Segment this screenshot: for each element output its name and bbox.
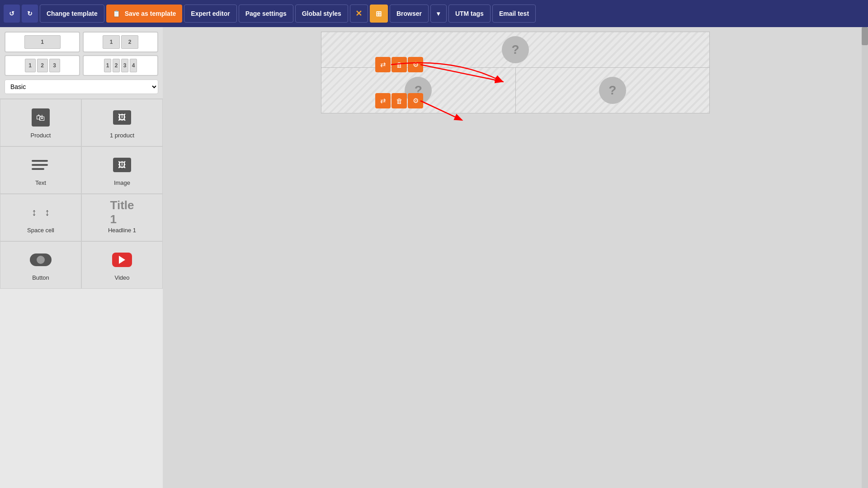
email-test-button[interactable]: Email test xyxy=(492,5,536,23)
right-canvas[interactable]: ⇄ 🗑 ⚙ ⇄ 🗑 ⚙ xyxy=(163,27,868,488)
widget-spacecell[interactable]: ↕ ↕ Space cell xyxy=(0,194,81,241)
layout-selector: 1 1 2 1 2 3 1 2 3 4 xyxy=(0,27,163,99)
layout-cell: 4 xyxy=(130,59,137,72)
widget-product[interactable]: 🛍 Product xyxy=(0,99,81,146)
widget-image[interactable]: 🖼 Image xyxy=(81,146,163,194)
scrollbar-thumb[interactable] xyxy=(862,27,868,45)
settings-btn-2[interactable]: ⚙ xyxy=(408,93,423,108)
save-template-icon: 📋 xyxy=(113,10,120,17)
widget-grid: 🛍 Product 🖼 1 product xyxy=(0,99,163,289)
widget-1product-label: 1 product xyxy=(110,132,134,139)
swap-btn-1[interactable]: ⇄ xyxy=(375,57,391,72)
layout-options: 1 1 2 1 2 3 1 2 3 4 xyxy=(5,32,158,76)
widget-headline1-label: Headline 1 xyxy=(108,227,136,234)
canvas-wrapper: ⇄ 🗑 ⚙ ⇄ 🗑 ⚙ xyxy=(321,32,710,113)
layout-cell: 2 xyxy=(37,59,48,72)
layout-cell: 2 xyxy=(121,35,138,49)
change-template-button[interactable]: Change template xyxy=(40,5,104,23)
video-icon xyxy=(111,249,133,271)
save-template-label: Save as template xyxy=(125,10,176,17)
swap-btn-2[interactable]: ⇄ xyxy=(375,93,391,108)
widget-1product[interactable]: 🖼 1 product xyxy=(81,99,163,146)
left-panel: 1 1 2 1 2 3 1 2 3 4 xyxy=(0,27,163,488)
spacecell-icon: ↕ ↕ xyxy=(30,202,52,223)
global-styles-button[interactable]: Global styles xyxy=(295,5,348,23)
browser-dropdown-button[interactable]: ▾ xyxy=(430,5,447,23)
page-settings-button[interactable]: Page settings xyxy=(239,5,293,23)
main-layout: 1 1 2 1 2 3 1 2 3 4 xyxy=(0,27,868,488)
layout-cell: 2 xyxy=(113,59,120,72)
delete-btn-2[interactable]: 🗑 xyxy=(392,93,407,108)
layout-cell: 3 xyxy=(121,59,128,72)
layout-4col[interactable]: 1 2 3 4 xyxy=(83,55,158,76)
main-toolbar: ↺ ↻ Change template 📋 Save as template E… xyxy=(0,0,868,27)
widget-button-label: Button xyxy=(32,274,49,281)
redo-button[interactable]: ↻ xyxy=(22,5,38,23)
utm-tags-button[interactable]: UTM tags xyxy=(448,5,491,23)
layout-cell: 3 xyxy=(49,59,60,72)
text-icon xyxy=(30,154,52,176)
widget-button[interactable]: Button xyxy=(0,241,81,289)
widget-headline1[interactable]: Title 1 Headline 1 xyxy=(81,194,163,241)
undo-button[interactable]: ↺ xyxy=(4,5,20,23)
save-template-button[interactable]: 📋 Save as template xyxy=(106,5,183,23)
layout-cell: 1 xyxy=(103,35,120,49)
question-mark-1: ? xyxy=(502,36,529,63)
grid-icon-button[interactable]: ⊞ xyxy=(370,5,388,23)
1product-icon: 🖼 xyxy=(111,107,133,128)
widget-product-label: Product xyxy=(31,132,51,139)
layout-cell: 1 xyxy=(24,35,61,49)
float-toolbar-1: ⇄ 🗑 ⚙ xyxy=(375,57,423,72)
layout-1col[interactable]: 1 xyxy=(5,32,80,52)
layout-dropdown[interactable]: Basic xyxy=(5,80,158,94)
widget-spacecell-label: Space cell xyxy=(27,227,54,234)
widget-text[interactable]: Text xyxy=(0,146,81,194)
question-mark-3: ? xyxy=(599,77,626,104)
browser-button[interactable]: Browser xyxy=(390,5,429,23)
float-toolbar-2: ⇄ 🗑 ⚙ xyxy=(375,93,423,108)
layout-cell: 1 xyxy=(104,59,111,72)
widget-image-label: Image xyxy=(114,179,130,186)
product-icon: 🛍 xyxy=(30,107,52,128)
image-icon: 🖼 xyxy=(111,154,133,176)
delete-btn-1[interactable]: 🗑 xyxy=(392,57,407,72)
x-icon-button[interactable]: ✕ xyxy=(350,5,368,23)
widget-video[interactable]: Video xyxy=(81,241,163,289)
expert-editor-button[interactable]: Expert editor xyxy=(184,5,236,23)
layout-cell: 1 xyxy=(25,59,36,72)
settings-btn-1[interactable]: ⚙ xyxy=(408,57,423,72)
headline1-icon: Title 1 xyxy=(111,202,133,223)
canvas-col-right[interactable]: ? xyxy=(516,68,710,113)
scrollbar[interactable] xyxy=(862,27,868,488)
widget-video-label: Video xyxy=(114,274,129,281)
layout-2col[interactable]: 1 2 xyxy=(83,32,158,52)
layout-3col[interactable]: 1 2 3 xyxy=(5,55,80,76)
widget-text-label: Text xyxy=(35,179,46,186)
button-widget-icon xyxy=(30,249,52,271)
